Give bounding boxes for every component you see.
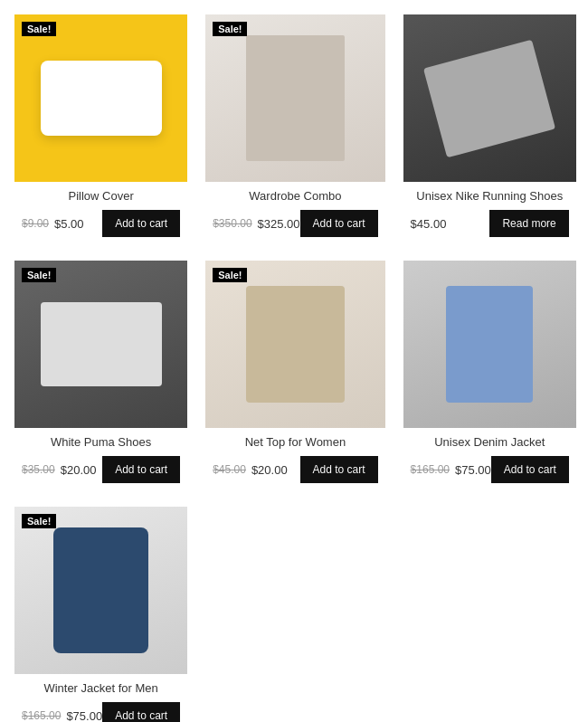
- price-old-white-puma-shoes: $35.00: [22, 463, 55, 476]
- product-actions-unisex-nike-shoes: $45.00Read more: [407, 208, 573, 239]
- add-to-cart-button-white-puma-shoes[interactable]: Add to cart: [102, 456, 180, 483]
- product-actions-white-puma-shoes: $35.00$20.00Add to cart: [18, 454, 184, 485]
- product-image-placeholder-unisex-denim-jacket: [403, 261, 576, 428]
- add-to-cart-button-pillow-cover[interactable]: Add to cart: [102, 210, 180, 237]
- price-old-unisex-denim-jacket: $165.00: [411, 463, 450, 476]
- price-new-winter-jacket-men: $75.00: [66, 709, 102, 723]
- product-name-winter-jacket-men: Winter Jacket for Men: [18, 681, 184, 695]
- product-name-net-top-women: Net Top for Women: [209, 435, 381, 449]
- product-actions-wardrobe-combo: $350.00$325.00Add to cart: [209, 208, 381, 239]
- price-new-net-top-women: $20.00: [251, 463, 288, 477]
- product-name-wardrobe-combo: Wardrobe Combo: [209, 189, 381, 203]
- product-info-white-puma-shoes: White Puma Shoes$35.00$20.00Add to cart: [14, 428, 187, 489]
- product-card-wardrobe-combo: Sale!Wardrobe Combo$350.00$325.00Add to …: [205, 14, 384, 242]
- price-old-winter-jacket-men: $165.00: [22, 709, 61, 722]
- price-group-white-puma-shoes: $35.00$20.00: [22, 463, 96, 477]
- product-card-unisex-nike-shoes: Unisex Nike Running Shoes$45.00Read more: [403, 14, 576, 242]
- product-image-placeholder-pillow-cover: [14, 14, 187, 182]
- product-info-unisex-nike-shoes: Unisex Nike Running Shoes$45.00Read more: [403, 182, 576, 242]
- price-new-white-puma-shoes: $20.00: [61, 463, 97, 477]
- price-group-pillow-cover: $9.00$5.00: [22, 217, 84, 231]
- product-image-placeholder-net-top-women: [205, 261, 384, 428]
- product-info-unisex-denim-jacket: Unisex Denim Jacket$165.00$75.00Add to c…: [403, 428, 576, 489]
- product-image-winter-jacket-men: Sale!: [14, 507, 187, 674]
- product-image-white-puma-shoes: Sale!: [14, 261, 187, 428]
- product-image-net-top-women: Sale!: [205, 261, 384, 428]
- price-old-wardrobe-combo: $350.00: [213, 217, 251, 230]
- sale-badge-pillow-cover: Sale!: [22, 22, 56, 36]
- price-new-pillow-cover: $5.00: [54, 217, 84, 231]
- product-card-net-top-women: Sale!Net Top for Women$45.00$20.00Add to…: [205, 261, 384, 489]
- price-group-wardrobe-combo: $350.00$325.00: [213, 217, 299, 231]
- product-grid: Sale!Pillow Cover$9.00$5.00Add to cartSa…: [14, 14, 574, 722]
- price-group-winter-jacket-men: $165.00$75.00: [22, 709, 102, 723]
- product-card-winter-jacket-men: Sale!Winter Jacket for Men$165.00$75.00A…: [14, 507, 187, 722]
- sale-badge-white-puma-shoes: Sale!: [22, 268, 56, 282]
- product-actions-unisex-denim-jacket: $165.00$75.00Add to cart: [407, 454, 573, 485]
- product-image-placeholder-wardrobe-combo: [205, 14, 384, 182]
- product-card-white-puma-shoes: Sale!White Puma Shoes$35.00$20.00Add to …: [14, 261, 187, 489]
- product-info-net-top-women: Net Top for Women$45.00$20.00Add to cart: [205, 428, 384, 489]
- product-image-placeholder-winter-jacket-men: [14, 507, 187, 674]
- product-name-unisex-denim-jacket: Unisex Denim Jacket: [407, 435, 573, 449]
- product-actions-winter-jacket-men: $165.00$75.00Add to cart: [18, 700, 184, 722]
- product-card-unisex-denim-jacket: Unisex Denim Jacket$165.00$75.00Add to c…: [403, 261, 576, 489]
- product-image-placeholder-white-puma-shoes: [14, 261, 187, 428]
- sale-badge-winter-jacket-men: Sale!: [22, 514, 56, 528]
- price-old-pillow-cover: $9.00: [22, 217, 49, 230]
- price-old-net-top-women: $45.00: [213, 463, 246, 476]
- product-image-unisex-denim-jacket: [403, 261, 576, 428]
- add-to-cart-button-winter-jacket-men[interactable]: Add to cart: [102, 702, 180, 722]
- product-info-wardrobe-combo: Wardrobe Combo$350.00$325.00Add to cart: [205, 182, 384, 242]
- product-info-winter-jacket-men: Winter Jacket for Men$165.00$75.00Add to…: [14, 674, 187, 722]
- product-image-placeholder-unisex-nike-shoes: [403, 14, 576, 182]
- price-new-unisex-denim-jacket: $75.00: [455, 463, 491, 477]
- price-single-unisex-nike-shoes: $45.00: [411, 217, 447, 231]
- product-name-pillow-cover: Pillow Cover: [18, 189, 184, 203]
- product-image-unisex-nike-shoes: [403, 14, 576, 182]
- price-group-unisex-nike-shoes: $45.00: [411, 217, 447, 231]
- read-more-button-unisex-nike-shoes[interactable]: Read more: [489, 210, 568, 237]
- product-card-pillow-cover: Sale!Pillow Cover$9.00$5.00Add to cart: [14, 14, 187, 242]
- product-name-unisex-nike-shoes: Unisex Nike Running Shoes: [407, 189, 573, 203]
- add-to-cart-button-wardrobe-combo[interactable]: Add to cart: [300, 210, 378, 237]
- price-group-net-top-women: $45.00$20.00: [213, 463, 287, 477]
- product-actions-pillow-cover: $9.00$5.00Add to cart: [18, 208, 184, 239]
- price-new-wardrobe-combo: $325.00: [258, 217, 300, 231]
- product-name-white-puma-shoes: White Puma Shoes: [18, 435, 184, 449]
- sale-badge-net-top-women: Sale!: [213, 268, 247, 282]
- product-image-pillow-cover: Sale!: [14, 14, 187, 182]
- add-to-cart-button-net-top-women[interactable]: Add to cart: [300, 456, 378, 483]
- product-image-wardrobe-combo: Sale!: [205, 14, 384, 182]
- product-info-pillow-cover: Pillow Cover$9.00$5.00Add to cart: [14, 182, 187, 242]
- price-group-unisex-denim-jacket: $165.00$75.00: [411, 463, 491, 477]
- product-actions-net-top-women: $45.00$20.00Add to cart: [209, 454, 381, 485]
- add-to-cart-button-unisex-denim-jacket[interactable]: Add to cart: [491, 456, 569, 483]
- sale-badge-wardrobe-combo: Sale!: [213, 22, 247, 36]
